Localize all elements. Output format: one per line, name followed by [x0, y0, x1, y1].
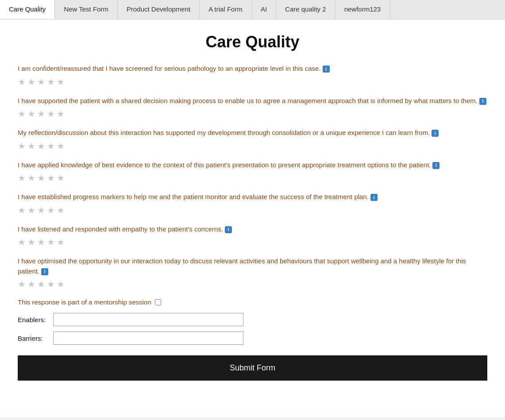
tab-newform123[interactable]: newform123	[335, 0, 390, 19]
star-rating-7: ★★★★★	[18, 279, 487, 289]
star-6-4[interactable]: ★	[47, 237, 55, 247]
star-5-2[interactable]: ★	[27, 205, 35, 216]
tab-new-test-form[interactable]: New Test Form	[55, 0, 118, 19]
tab-product-development[interactable]: Product Development	[118, 0, 200, 19]
star-rating-2: ★★★★★	[18, 108, 487, 119]
star-1-2[interactable]: ★	[27, 77, 35, 87]
star-2-3[interactable]: ★	[37, 108, 45, 119]
tab-a-trial-form[interactable]: A trial Form	[200, 0, 252, 19]
star-7-4[interactable]: ★	[47, 279, 55, 289]
enablers-row: Enablers:	[18, 313, 487, 326]
question-block-3: My reflection/discussion about this inte…	[18, 128, 487, 151]
star-rating-1: ★★★★★	[18, 77, 487, 87]
star-3-2[interactable]: ★	[27, 141, 35, 151]
tab-ai[interactable]: AI	[252, 0, 276, 19]
question-block-6: I have listened and responded with empat…	[18, 224, 487, 248]
star-rating-6: ★★★★★	[18, 237, 487, 247]
question-text-5: I have established progress markers to h…	[18, 192, 487, 202]
star-rating-4: ★★★★★	[18, 173, 487, 183]
question-block-4: I have applied knowledge of best evidenc…	[18, 160, 487, 184]
barriers-label: Barriers:	[18, 335, 49, 342]
tab-care-quality-2[interactable]: Care quality 2	[276, 0, 335, 19]
star-1-5[interactable]: ★	[57, 77, 65, 87]
info-icon-2[interactable]: i	[479, 98, 486, 105]
star-4-2[interactable]: ★	[27, 173, 35, 183]
info-icon-3[interactable]: i	[432, 130, 439, 137]
star-5-4[interactable]: ★	[47, 205, 55, 216]
star-3-1[interactable]: ★	[18, 141, 26, 151]
mentorship-label: This response is part of a mentorship se…	[18, 298, 151, 306]
enablers-input[interactable]	[53, 313, 243, 326]
star-5-1[interactable]: ★	[18, 205, 26, 216]
info-icon-5[interactable]: i	[370, 194, 378, 201]
submit-button[interactable]: Submit Form	[18, 355, 487, 381]
barriers-input[interactable]	[53, 331, 243, 345]
star-7-1[interactable]: ★	[18, 279, 26, 289]
enablers-label: Enablers:	[18, 316, 49, 324]
tab-bar: Care QualityNew Test FormProduct Develop…	[0, 0, 505, 19]
star-4-3[interactable]: ★	[37, 173, 45, 183]
info-icon-4[interactable]: i	[432, 162, 439, 169]
star-rating-5: ★★★★★	[18, 205, 487, 216]
star-3-4[interactable]: ★	[47, 141, 55, 151]
star-6-2[interactable]: ★	[27, 237, 35, 247]
question-block-2: I have supported the patient with a shar…	[18, 96, 487, 119]
question-text-3: My reflection/discussion about this inte…	[18, 128, 487, 138]
star-6-5[interactable]: ★	[57, 237, 65, 247]
tab-care-quality[interactable]: Care Quality	[0, 0, 55, 19]
question-block-5: I have established progress markers to h…	[18, 192, 487, 216]
star-6-3[interactable]: ★	[37, 237, 45, 247]
star-2-5[interactable]: ★	[57, 108, 65, 119]
star-1-4[interactable]: ★	[47, 77, 55, 87]
question-block-7: I have optimised the opportunity in our …	[18, 256, 487, 289]
star-5-5[interactable]: ★	[57, 205, 65, 216]
mentorship-row: This response is part of a mentorship se…	[18, 298, 487, 306]
star-2-2[interactable]: ★	[27, 108, 35, 119]
star-3-5[interactable]: ★	[57, 141, 65, 151]
info-icon-6[interactable]: i	[225, 226, 232, 233]
star-7-5[interactable]: ★	[57, 279, 65, 289]
question-text-7: I have optimised the opportunity in our …	[18, 256, 487, 276]
question-text-4: I have applied knowledge of best evidenc…	[18, 160, 487, 170]
star-2-4[interactable]: ★	[47, 108, 55, 119]
star-3-3[interactable]: ★	[37, 141, 45, 151]
question-block-1: I am confident/reassured that I have scr…	[18, 64, 487, 87]
question-text-2: I have supported the patient with a shar…	[18, 96, 487, 106]
star-1-3[interactable]: ★	[37, 77, 45, 87]
info-icon-1[interactable]: i	[323, 66, 330, 73]
star-7-2[interactable]: ★	[27, 279, 35, 289]
star-7-3[interactable]: ★	[37, 279, 45, 289]
question-text-1: I am confident/reassured that I have scr…	[18, 64, 487, 74]
question-text-6: I have listened and responded with empat…	[18, 224, 487, 235]
star-2-1[interactable]: ★	[18, 108, 26, 119]
star-5-3[interactable]: ★	[37, 205, 45, 216]
barriers-row: Barriers:	[18, 331, 487, 345]
star-4-4[interactable]: ★	[47, 173, 55, 183]
info-icon-7[interactable]: i	[41, 268, 48, 275]
page-title: Care Quality	[18, 33, 487, 51]
mentorship-checkbox[interactable]	[155, 299, 161, 305]
star-1-1[interactable]: ★	[18, 77, 26, 87]
star-4-5[interactable]: ★	[57, 173, 65, 183]
star-rating-3: ★★★★★	[18, 141, 487, 151]
star-4-1[interactable]: ★	[18, 173, 26, 183]
star-6-1[interactable]: ★	[18, 237, 26, 247]
